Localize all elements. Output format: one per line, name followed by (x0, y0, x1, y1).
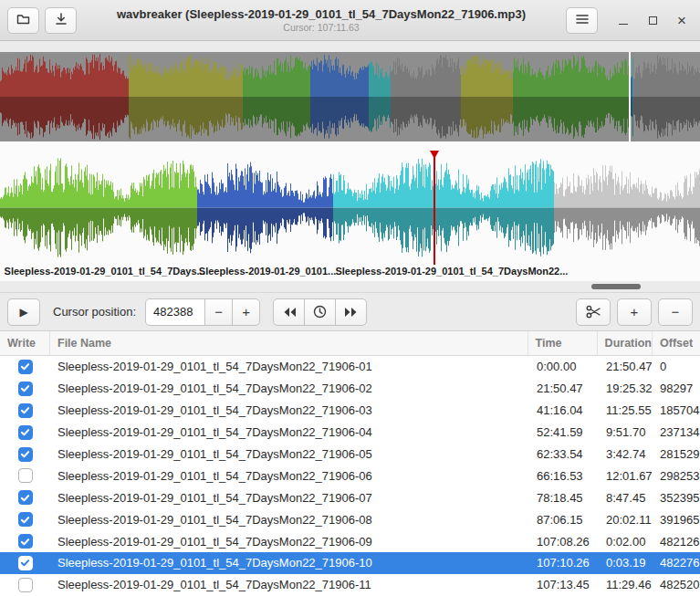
window-padding (0, 41, 700, 52)
remove-break-button[interactable]: − (658, 298, 693, 326)
scrollbar-handle[interactable] (591, 284, 641, 289)
column-header-duration[interactable]: Duration (598, 331, 653, 355)
cursor-position-label: Cursor position: (53, 305, 136, 319)
track-duration: 11:25.55 (599, 403, 653, 417)
track-offset: 352395 (653, 491, 700, 505)
column-header-write[interactable]: Write (0, 331, 50, 355)
minimize-icon (619, 24, 628, 25)
table-row[interactable]: Sleepless-2019-01-29_0101_tl_54_7DaysMon… (0, 486, 700, 508)
track-time: 41:16.04 (529, 403, 599, 417)
cursor-position-input[interactable] (145, 298, 205, 326)
clock-icon (313, 305, 327, 319)
track-filename: Sleepless-2019-01-29_0101_tl_54_7DaysMon… (50, 382, 529, 395)
toolbar: ▶ Cursor position: − + + − (0, 292, 700, 331)
table-row[interactable]: Sleepless-2019-01-29_0101_tl_54_7DaysMon… (0, 444, 700, 465)
write-checkbox[interactable] (18, 360, 33, 374)
table-row[interactable]: Sleepless-2019-01-29_0101_tl_54_7DaysMon… (0, 356, 700, 378)
table-row[interactable]: Sleepless-2019-01-29_0101_tl_54_7DaysMon… (0, 508, 700, 530)
hamburger-menu-icon (576, 14, 589, 27)
track-time: 62:33.54 (529, 447, 599, 461)
scissors-icon (586, 305, 601, 319)
track-time: 78:18.45 (529, 491, 599, 505)
write-checkbox[interactable] (18, 382, 33, 396)
close-button[interactable]: × (671, 9, 693, 31)
track-time: 107:10.26 (529, 556, 599, 570)
track-offset: 98297 (653, 382, 700, 395)
track-time: 0:00.00 (529, 360, 599, 373)
table-row[interactable]: Sleepless-2019-01-29_0101_tl_54_7DaysMon… (0, 422, 700, 444)
track-offset: 0 (653, 360, 700, 373)
write-checkbox[interactable] (18, 490, 33, 505)
track-filename: Sleepless-2019-01-29_0101_tl_54_7DaysMon… (50, 578, 529, 591)
track-time: 107:08.26 (529, 535, 599, 549)
save-parts-button[interactable] (45, 7, 77, 34)
maximize-button[interactable] (642, 9, 663, 31)
overview-waveform[interactable] (0, 52, 700, 141)
table-row[interactable]: Sleepless-2019-01-29_0101_tl_54_7DaysMon… (0, 530, 700, 552)
write-checkbox[interactable] (18, 534, 33, 549)
seek-forward-button[interactable] (335, 298, 367, 326)
write-checkbox[interactable] (18, 578, 33, 592)
track-filename: Sleepless-2019-01-29_0101_tl_54_7DaysMon… (50, 469, 529, 483)
detail-section: Sleepless-2019-01-29_0101_tl_54_7Days...… (0, 141, 700, 281)
cursor-decrement-button[interactable]: − (204, 298, 233, 326)
track-duration: 21:50.47 (599, 360, 653, 373)
track-duration: 20:02.11 (599, 513, 653, 527)
track-time: 52:41.59 (529, 425, 599, 439)
save-icon (54, 12, 68, 29)
table-row[interactable]: Sleepless-2019-01-29_0101_tl_54_7DaysMon… (0, 378, 700, 400)
detail-waveform[interactable] (0, 151, 700, 265)
track-filename: Sleepless-2019-01-29_0101_tl_54_7DaysMon… (50, 403, 529, 417)
cursor-increment-button[interactable]: + (232, 298, 260, 326)
jump-to-time-button[interactable] (304, 298, 336, 326)
track-duration: 19:25.32 (599, 382, 653, 395)
write-checkbox[interactable] (18, 512, 33, 527)
minus-icon: − (672, 304, 680, 319)
table-row[interactable]: Sleepless-2019-01-29_0101_tl_54_7DaysMon… (0, 465, 700, 486)
write-checkbox[interactable] (18, 447, 33, 462)
track-duration: 0:03.19 (599, 556, 653, 570)
open-file-icon (16, 12, 31, 29)
add-break-button[interactable]: + (617, 298, 652, 326)
play-button[interactable]: ▶ (7, 298, 40, 326)
seek-controls (273, 298, 367, 326)
table-row[interactable]: Sleepless-2019-01-29_0101_tl_54_7DaysMon… (0, 400, 700, 422)
menu-button[interactable] (566, 7, 598, 34)
track-duration: 8:47.45 (599, 491, 653, 505)
track-time: 107:13.45 (529, 578, 599, 591)
table-row[interactable]: Sleepless-2019-01-29_0101_tl_54_7DaysMon… (0, 552, 700, 574)
track-duration: 3:42.74 (599, 447, 653, 461)
track-offset: 281529 (653, 447, 700, 461)
column-header-offset[interactable]: Offset (653, 331, 700, 355)
close-icon: × (677, 13, 686, 28)
play-icon: ▶ (19, 306, 27, 319)
write-checkbox[interactable] (18, 468, 33, 483)
wavbreaker-window: wavbreaker (Sleepless-2019-01-29_0101_tl… (0, 0, 700, 596)
table-row[interactable]: Sleepless-2019-01-29_0101_tl_54_7DaysMon… (0, 574, 700, 596)
track-filename: Sleepless-2019-01-29_0101_tl_54_7DaysMon… (50, 360, 529, 373)
track-duration: 9:51.70 (599, 425, 653, 439)
auto-split-button[interactable] (576, 298, 611, 326)
waveform-scrollbar[interactable] (0, 281, 700, 292)
cursor-readout: Cursor: 107:11.63 (82, 22, 560, 34)
track-offset: 482276 (653, 556, 700, 570)
track-offset: 237134 (653, 425, 700, 439)
column-header-filename[interactable]: File Name (50, 331, 528, 355)
track-filename: Sleepless-2019-01-29_0101_tl_54_7DaysMon… (50, 556, 529, 570)
track-offset: 482126 (653, 535, 700, 549)
segment-label: Sleepless-2019-01-29_0101... (199, 266, 336, 277)
write-checkbox[interactable] (18, 556, 33, 570)
track-filename: Sleepless-2019-01-29_0101_tl_54_7DaysMon… (50, 447, 529, 461)
track-offset: 185704 (653, 403, 700, 417)
segment-label: Sleepless-2019-01-29_0101_tl_54_7Days... (5, 266, 205, 277)
waveform-labels: Sleepless-2019-01-29_0101_tl_54_7Days...… (0, 265, 700, 281)
write-checkbox[interactable] (18, 403, 33, 418)
write-checkbox[interactable] (18, 425, 33, 440)
track-time: 66:16.53 (529, 469, 599, 483)
open-file-button[interactable] (7, 7, 39, 34)
table-body: Sleepless-2019-01-29_0101_tl_54_7DaysMon… (0, 356, 700, 596)
column-header-time[interactable]: Time (528, 331, 598, 355)
table-header: Write File Name Time Duration Offset (0, 331, 700, 356)
seek-backward-button[interactable] (273, 298, 305, 326)
minimize-button[interactable] (612, 9, 634, 31)
